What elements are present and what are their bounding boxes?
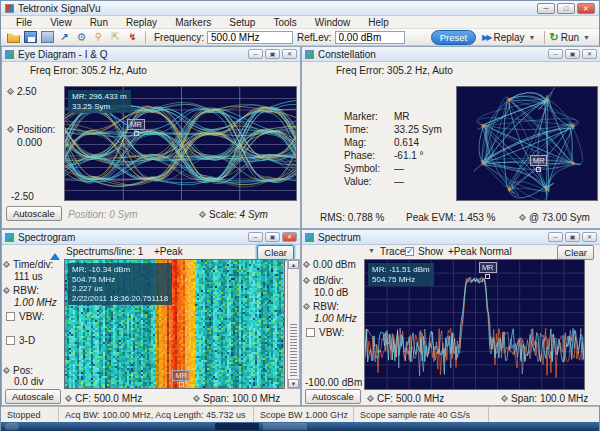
eye-marker[interactable]: MR <box>127 119 145 136</box>
spectrogram-cf[interactable]: CF: 500.0 MHz <box>66 393 142 404</box>
spectrum-clear-button[interactable]: Clear <box>557 245 594 260</box>
close-icon[interactable]: ✕ <box>282 49 297 59</box>
taskbar-app-button[interactable] <box>215 423 259 430</box>
pos-label[interactable]: Pos: <box>4 365 33 376</box>
checkbox-icon[interactable] <box>6 312 15 321</box>
menu-replay[interactable]: Replay <box>117 17 166 28</box>
menu-help[interactable]: Help <box>359 17 398 28</box>
settings-gear-icon[interactable]: ⚙ <box>75 31 88 43</box>
minimize-icon[interactable]: ─ <box>248 232 263 242</box>
trace-dropdown-icon[interactable]: ▼ <box>368 247 375 254</box>
spectrum-marker[interactable]: MR <box>479 262 497 279</box>
menu-tools[interactable]: Tools <box>264 17 305 28</box>
restore-icon[interactable]: ▣ <box>565 232 580 242</box>
replay-button[interactable]: Replay <box>493 32 524 43</box>
close-icon[interactable]: ✕ <box>577 3 595 14</box>
adjust-diamond-icon[interactable] <box>501 395 508 402</box>
adjust-diamond-icon[interactable] <box>7 88 14 95</box>
print-icon[interactable] <box>41 31 54 43</box>
vbw-checkbox[interactable]: VBW: <box>306 327 344 338</box>
preset-button[interactable]: Preset <box>431 30 476 45</box>
adjust-diamond-icon[interactable] <box>65 395 72 402</box>
restore-icon[interactable]: ▣ <box>565 49 580 59</box>
time-position-marker-icon[interactable] <box>50 253 60 260</box>
checkbox-icon[interactable] <box>6 336 15 345</box>
adjust-diamond-icon[interactable] <box>3 367 10 374</box>
eye-ymax[interactable]: 2.50 <box>8 86 36 97</box>
maximize-icon[interactable]: □ <box>557 3 575 14</box>
minimize-icon[interactable]: ─ <box>537 3 555 14</box>
ref-level-label[interactable]: 0.00 dBm <box>304 259 356 270</box>
recall-icon[interactable]: ⇱ <box>109 31 122 43</box>
eye-scale[interactable]: Scale: 4 Sym <box>200 209 268 220</box>
adjust-diamond-icon[interactable] <box>199 211 206 218</box>
spectrum-autoscale-button[interactable]: Autoscale <box>305 389 361 404</box>
replay-dropdown-icon[interactable]: ▼ <box>529 34 536 41</box>
scroll-up-icon[interactable]: ▲ <box>288 260 299 269</box>
menu-setup[interactable]: Setup <box>220 17 264 28</box>
adjust-diamond-icon[interactable] <box>193 395 200 402</box>
spectrogram-span[interactable]: Span: 100.0 MHz <box>194 393 280 404</box>
adjust-diamond-icon[interactable] <box>303 261 310 268</box>
minimize-icon[interactable]: ─ <box>548 49 563 59</box>
taskbar-app-button[interactable] <box>263 423 307 430</box>
menu-run[interactable]: Run <box>81 17 117 28</box>
open-icon[interactable] <box>7 31 20 43</box>
adjust-diamond-icon[interactable] <box>303 277 310 284</box>
close-icon[interactable]: ✕ <box>282 232 297 242</box>
run-dropdown-icon[interactable]: ▼ <box>583 34 590 41</box>
spectrogram-scrollbar[interactable]: ▲ ▼ <box>287 259 300 389</box>
show-checkbox[interactable]: Show <box>405 246 443 257</box>
taskbar[interactable] <box>1 422 599 431</box>
checkbox-icon[interactable] <box>306 328 315 337</box>
menu-markers[interactable]: Markers <box>166 17 220 28</box>
threed-checkbox[interactable]: 3-D <box>6 335 35 346</box>
minimize-icon[interactable]: ─ <box>248 49 263 59</box>
spectrum-cf[interactable]: CF: 500.0 MHz <box>368 393 444 404</box>
spectrogram-clear-button[interactable]: Clear <box>257 245 294 260</box>
menu-view[interactable]: View <box>41 17 81 28</box>
spectrogram-marker[interactable]: MR <box>172 370 190 387</box>
export-icon[interactable]: ↗ <box>58 31 71 43</box>
vbw-checkbox[interactable]: VBW: <box>6 311 44 322</box>
wizard-icon[interactable]: ⚲ <box>92 31 105 43</box>
toolbar: ↗ ⚙ ⚲ ⇱ ↯ Frequency: RefLev: Preset ▶▶ R… <box>1 29 599 46</box>
adjust-diamond-icon[interactable] <box>367 395 374 402</box>
start-orb-icon[interactable] <box>5 423 19 430</box>
adjust-diamond-icon[interactable] <box>7 126 14 133</box>
spectrogram-autoscale-button[interactable]: Autoscale <box>5 389 61 404</box>
spectrum-plot[interactable]: MR: -11.51 dBm504.75 MHz MR <box>364 259 585 390</box>
eye-plot[interactable]: MR: 296.433 m33.25 Sym MR <box>64 86 297 201</box>
spectrogram-plot[interactable]: MR: -10.34 dBm504.75 MHz 2.227 us2/22/20… <box>64 259 285 389</box>
menu-window[interactable]: Window <box>306 17 360 28</box>
spectrums-per-line[interactable]: Spectrums/line: 1 <box>66 246 143 257</box>
constellation-plot[interactable]: MR <box>456 86 598 201</box>
displays-icon[interactable]: ↯ <box>126 31 139 43</box>
rbw-label[interactable]: RBW: <box>4 285 39 296</box>
scroll-down-icon[interactable]: ▼ <box>288 379 299 388</box>
adjust-diamond-icon[interactable] <box>3 261 10 268</box>
rbw-value: 1.00 MHz <box>314 313 357 324</box>
constellation-marker[interactable]: MR <box>530 155 548 172</box>
checkbox-checked-icon[interactable] <box>405 247 414 256</box>
close-icon[interactable]: ✕ <box>582 232 597 242</box>
save-icon[interactable] <box>24 31 37 43</box>
eye-autoscale-button[interactable]: Autoscale <box>6 206 62 221</box>
adjust-diamond-icon[interactable] <box>519 214 526 221</box>
frequency-input[interactable] <box>207 31 293 44</box>
dbdiv-label[interactable]: dB/div: <box>304 275 344 286</box>
eye-position-label[interactable]: Position: <box>8 124 55 135</box>
close-icon[interactable]: ✕ <box>582 49 597 59</box>
restore-icon[interactable]: ▣ <box>265 49 280 59</box>
rbw-label[interactable]: RBW: <box>304 301 339 312</box>
spectrum-span[interactable]: Span: 100.0 MHz <box>502 393 588 404</box>
adjust-diamond-icon[interactable] <box>3 287 10 294</box>
constellation-marker-sym[interactable]: @ 73.00 Sym <box>520 212 590 223</box>
menu-file[interactable]: File <box>7 17 41 28</box>
adjust-diamond-icon[interactable] <box>303 303 310 310</box>
restore-icon[interactable]: ▣ <box>265 232 280 242</box>
reflev-input[interactable] <box>335 31 405 44</box>
minimize-icon[interactable]: ─ <box>548 232 563 242</box>
run-button[interactable]: Run <box>561 32 579 43</box>
timediv-label[interactable]: Time/div: <box>4 259 53 270</box>
